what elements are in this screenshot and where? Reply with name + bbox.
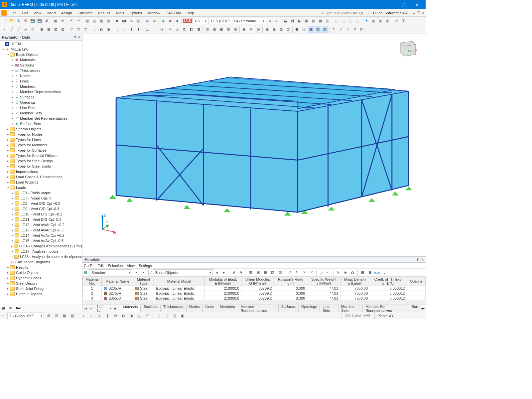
st-snap-7[interactable]: ◑	[128, 313, 135, 319]
t2-open[interactable]: ◻	[29, 26, 36, 33]
col-header[interactable]: Poisson's Ratioν [-]	[274, 277, 307, 286]
t2-line[interactable]: ╱	[8, 26, 15, 33]
t2-y3[interactable]: ⤡	[344, 26, 351, 33]
tb-info[interactable]: ⓘ	[400, 18, 407, 24]
mt-k[interactable]: ⤲	[308, 269, 315, 276]
st-snap-8[interactable]: △	[136, 313, 143, 319]
console-icon[interactable]: ▣	[2, 306, 5, 310]
t2-set-a[interactable]: ▥	[204, 26, 210, 33]
mat-menu-settings[interactable]: Settings	[139, 264, 152, 268]
tb-3d-a[interactable]: ▣	[370, 18, 377, 24]
tab-line-sets[interactable]: Line Sets	[320, 305, 338, 312]
mt-ab[interactable]: ab=	[325, 269, 332, 276]
tree-folder-7[interactable]: ▸Types for Steel Joints	[0, 164, 82, 169]
tb-lc-next[interactable]: ▸	[273, 18, 280, 24]
tree-lc-8[interactable]: ▸LC14 - Vent Ar/Av Cpi +0.2	[0, 233, 82, 238]
mt-f[interactable]: ▧	[269, 269, 276, 276]
tb-refresh[interactable]: ⟳	[59, 18, 66, 24]
tb-saveas[interactable]: 💾	[36, 18, 43, 24]
tree-tail-0[interactable]: ▸Results	[0, 265, 82, 270]
menu-view[interactable]: View	[31, 10, 44, 16]
t2-load-2[interactable]: ⇊	[121, 26, 128, 33]
tb-res-f[interactable]: ▩	[317, 18, 324, 24]
tb-panel-4[interactable]: ▧	[105, 18, 112, 24]
col-header[interactable]: Material Model	[154, 277, 204, 286]
t2-hinge-1[interactable]: ○	[91, 26, 98, 33]
tree-folder-0[interactable]: ▸Special Objects	[0, 126, 82, 132]
tb-member-des[interactable]: ⧉	[144, 18, 151, 24]
tb-lc[interactable]: ▥	[135, 18, 142, 24]
st-f[interactable]: ⬚	[163, 313, 170, 319]
tab-members[interactable]: Members	[217, 305, 238, 312]
structure-dropdown[interactable]: Structure	[89, 269, 132, 276]
tree-calc-diagrams[interactable]: 📈Calculation Diagrams	[0, 259, 82, 265]
st-snap-5[interactable]: ⊙	[112, 313, 119, 319]
tab-member-set-representatives[interactable]: Member Set Representatives	[362, 305, 409, 312]
t2-grid-a[interactable]: ⊞	[264, 26, 270, 33]
t2-x2[interactable]: ⬡	[301, 26, 307, 33]
pin-icon[interactable]: ⊓	[73, 35, 76, 39]
tree-folder-9[interactable]: ▸Load Cases & Combinations	[0, 174, 82, 180]
mt-j[interactable]: ⤱	[301, 269, 308, 276]
tree-folder-1[interactable]: ▸Types for Nodes	[0, 132, 82, 137]
tab-last[interactable]: ⏭	[113, 307, 118, 310]
tree-lc-12[interactable]: ▸LC18 - Analyse du spectre de réponse	[0, 254, 82, 259]
materials-close-icon[interactable]: ×	[422, 258, 424, 262]
tree-folder-8[interactable]: ▸Imperfections	[0, 169, 82, 174]
t2-x4[interactable]: ▧	[315, 26, 321, 33]
tb-res-d[interactable]: ▦	[303, 18, 310, 24]
t2-cs-1[interactable]: ⊥	[144, 26, 151, 33]
tree-basic-2[interactable]: ▸▬Thicknesses	[0, 68, 82, 73]
basic-objects-dropdown[interactable]: Basic Objects	[153, 269, 213, 276]
t2-x5[interactable]: ▨	[322, 26, 328, 33]
tb-3d-rot[interactable]: ✦	[363, 18, 370, 24]
st-snap-4[interactable]: ∥	[104, 313, 111, 319]
mat-menu-goto[interactable]: Go To	[84, 264, 93, 268]
st-a[interactable]: ⊞	[45, 313, 52, 319]
t2-tool-b[interactable]: ⧈	[174, 26, 181, 33]
st-snap-6[interactable]: ◐	[120, 313, 127, 319]
tree-folder-4[interactable]: ▸Types for Surfaces	[0, 148, 82, 153]
tree-lc-4[interactable]: ▸LC10 - Vent D/G Cpi +0.2	[0, 211, 82, 217]
t2-sup-2[interactable]: ▽	[75, 26, 82, 33]
mt-dec[interactable]: 0.00	[374, 269, 380, 276]
mt-d[interactable]: ▤	[255, 269, 261, 276]
t2-load-3[interactable]: ⬇	[128, 26, 135, 33]
tab-surf[interactable]: Surf	[409, 305, 421, 312]
col-header[interactable]: MaterialType	[133, 277, 154, 286]
minimize-button[interactable]: —	[384, 0, 397, 9]
tree-basic-1[interactable]: ▸Sections	[0, 63, 82, 68]
tree-basic-9[interactable]: ▸⫽Line Sets	[0, 105, 82, 110]
tb-res-c[interactable]: ⬕	[296, 18, 303, 24]
camera-icon[interactable]: ■▰	[16, 306, 21, 310]
t2-sup-1[interactable]: ▽	[68, 26, 75, 33]
t2-x1[interactable]: ⬢	[294, 26, 300, 33]
tree-model[interactable]: ▾◉MILLET.rf6	[0, 47, 82, 52]
tree-basic-0[interactable]: ▸⬣Materials	[0, 57, 82, 63]
t2-node[interactable]: •	[1, 26, 8, 33]
t2-d[interactable]: ⊡	[59, 26, 66, 33]
tree-loads[interactable]: ▾Loads	[0, 185, 82, 190]
menu-assign[interactable]: Assign	[59, 10, 75, 16]
tb-calc-all[interactable]: ▶▶	[121, 18, 128, 24]
tab-openings[interactable]: Openings	[298, 305, 320, 312]
tree-folder-5[interactable]: ▸Types for Special Objects	[0, 153, 82, 158]
tree-lc-0[interactable]: ▸LC1 - Poids propre	[0, 190, 82, 196]
tree-folder-6[interactable]: ▸Types for Steel Design	[0, 158, 82, 164]
tb-save[interactable]: 💾	[29, 18, 36, 24]
tb-view-1[interactable]: ⬚	[333, 18, 340, 24]
mdi-restore[interactable]: –	[413, 11, 415, 15]
tab-sections[interactable]: Sections	[140, 305, 160, 312]
tb-recent[interactable]: ↻	[15, 18, 22, 24]
lc-combo-dropdown[interactable]: ULS (STR/GEO) - Permane…	[208, 18, 266, 24]
col-header[interactable]: Modulus of Elast.E [N/mm²]	[204, 277, 241, 286]
t2-member[interactable]: ╱	[15, 26, 22, 33]
t2-load-1[interactable]: ↓	[114, 26, 121, 33]
tb-view-3[interactable]: ⬚	[347, 18, 354, 24]
tab-scroll-right[interactable]: ▸	[423, 306, 425, 311]
tree-lc-2[interactable]: ▸LC8 - Vent G/D Cpi +0.2	[0, 201, 82, 206]
navigator-tree[interactable]: ▦RFEM▾◉MILLET.rf6▾Basic Objects▸⬣Materia…	[0, 41, 82, 304]
tree-basic-5[interactable]: ▸╱Members	[0, 84, 82, 89]
col-header[interactable]: Specific Weightγ [kN/m³]	[307, 277, 340, 286]
bo-prev[interactable]: ◂	[213, 269, 220, 276]
